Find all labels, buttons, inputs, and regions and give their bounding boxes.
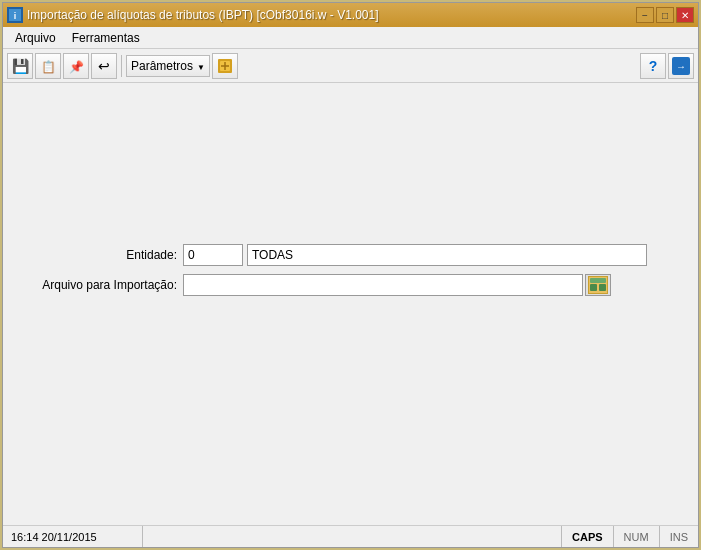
arquivo-row: Arquivo para Importação:: [23, 274, 678, 296]
exit-button[interactable]: →: [668, 53, 694, 79]
toolbar: Parâmetros →: [3, 49, 698, 83]
toolbar-icon-extra[interactable]: [212, 53, 238, 79]
main-content: Entidade: Arquivo para Importação:: [3, 83, 698, 525]
entidade-row: Entidade:: [23, 244, 678, 266]
arquivo-label: Arquivo para Importação:: [23, 278, 183, 292]
paste-button[interactable]: [63, 53, 89, 79]
parametros-label: Parâmetros: [131, 59, 193, 73]
chevron-down-icon: [197, 59, 205, 73]
help-icon: [649, 58, 658, 74]
svg-rect-12: [599, 284, 606, 291]
svg-rect-11: [590, 284, 597, 291]
maximize-button[interactable]: □: [656, 7, 674, 23]
status-bar: 16:14 20/11/2015 CAPS NUM INS: [3, 525, 698, 547]
undo-button[interactable]: [91, 53, 117, 79]
window-title: Importação de alíquotas de tributos (IBP…: [27, 8, 379, 22]
toolbar-separator: [121, 55, 122, 77]
title-bar: i Importação de alíquotas de tributos (I…: [3, 3, 698, 27]
paste-icon: [69, 58, 84, 74]
copy-icon: [41, 58, 56, 74]
main-window: i Importação de alíquotas de tributos (I…: [2, 2, 699, 548]
arquivo-input[interactable]: [183, 274, 583, 296]
save-button[interactable]: [7, 53, 33, 79]
entidade-name-input[interactable]: [247, 244, 647, 266]
svg-rect-13: [590, 278, 606, 283]
app-icon: i: [7, 7, 23, 23]
help-button[interactable]: [640, 53, 666, 79]
status-datetime: 16:14 20/11/2015: [3, 526, 143, 547]
extra-icon: [217, 58, 233, 74]
browse-button[interactable]: [585, 274, 611, 296]
menu-ferramentas[interactable]: Ferramentas: [64, 29, 148, 47]
svg-text:→: →: [676, 61, 686, 72]
ins-indicator: INS: [659, 526, 698, 547]
form-area: Entidade: Arquivo para Importação:: [3, 244, 698, 304]
copy-button[interactable]: [35, 53, 61, 79]
browse-icon: [588, 276, 608, 294]
entidade-label: Entidade:: [23, 248, 183, 262]
menu-bar: Arquivo Ferramentas: [3, 27, 698, 49]
save-icon: [12, 58, 29, 74]
minimize-button[interactable]: −: [636, 7, 654, 23]
caps-indicator: CAPS: [561, 526, 613, 547]
undo-icon: [98, 58, 110, 74]
num-indicator: NUM: [613, 526, 659, 547]
menu-arquivo[interactable]: Arquivo: [7, 29, 64, 47]
entidade-input[interactable]: [183, 244, 243, 266]
parametros-dropdown[interactable]: Parâmetros: [126, 55, 210, 77]
close-button[interactable]: ✕: [676, 7, 694, 23]
exit-icon: →: [672, 57, 690, 75]
svg-text:i: i: [14, 11, 17, 21]
